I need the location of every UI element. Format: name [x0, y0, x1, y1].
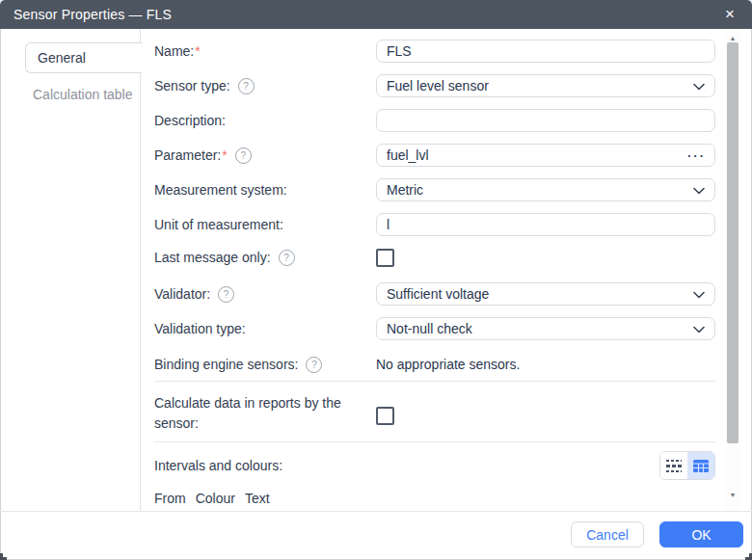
row-sensor-type: Sensor type: ? Fuel level sensor: [154, 74, 715, 97]
binding-engine-sensors-value: No appropriate sensors.: [376, 357, 520, 372]
calculate-in-reports-label: Calculate data in reports by the sensor:: [154, 393, 376, 434]
sensor-properties-dialog: Sensor Properties — FLS × General Calcul…: [0, 0, 752, 560]
interval-header-text: Text: [245, 491, 270, 506]
tab-general[interactable]: General: [25, 42, 142, 73]
parameter-label: Parameter:: [154, 147, 221, 163]
validation-type-select[interactable]: Not-null check: [376, 317, 715, 340]
help-icon[interactable]: ?: [279, 250, 295, 266]
binding-engine-sensors-label: Binding engine sensors:: [154, 357, 298, 372]
parameter-input[interactable]: [376, 144, 715, 167]
row-validator: Validator: ? Sufficient voltage: [154, 282, 715, 306]
close-icon[interactable]: ×: [715, 0, 744, 29]
intervals-and-colours-label: Intervals and colours:: [154, 458, 282, 473]
dialog-titlebar: Sensor Properties — FLS: [0, 0, 752, 29]
ok-button[interactable]: OK: [659, 521, 743, 547]
measurement-system-value: Metric: [387, 182, 693, 198]
help-icon[interactable]: ?: [218, 286, 234, 303]
interval-header-from: From: [154, 491, 186, 506]
description-input[interactable]: [376, 109, 715, 132]
chevron-down-icon: [693, 285, 705, 303]
chevron-down-icon: [693, 77, 705, 94]
chevron-down-icon: [693, 320, 705, 337]
row-description: Description:: [154, 109, 715, 132]
required-marker: *: [195, 43, 200, 59]
table-view-icon[interactable]: [687, 452, 714, 479]
resize-grip-left[interactable]: [0, 553, 7, 560]
validator-select[interactable]: Sufficient voltage: [376, 282, 715, 306]
intervals-view-switcher: [659, 451, 715, 480]
scrollbar-thumb[interactable]: [727, 42, 739, 443]
interval-header-colour: Colour: [196, 491, 235, 506]
tab-general-label: General: [26, 50, 86, 66]
help-icon[interactable]: ?: [306, 357, 322, 373]
help-icon[interactable]: ?: [238, 78, 255, 94]
name-input[interactable]: [376, 40, 715, 63]
chevron-down-icon: [693, 181, 705, 199]
last-message-only-label: Last message only:: [154, 250, 271, 265]
row-last-message-only: Last message only: ?: [154, 246, 715, 269]
resize-grip-right[interactable]: [745, 553, 752, 560]
scroll-down-icon[interactable]: ▼: [725, 488, 740, 501]
row-intervals-and-colours: Intervals and colours:: [154, 451, 715, 480]
footer-buttons: Cancel OK: [571, 521, 743, 547]
row-measurement-system: Measurement system: Metric: [154, 178, 715, 201]
footer-divider: [0, 511, 752, 512]
help-icon[interactable]: ?: [235, 147, 252, 164]
required-marker: *: [222, 147, 227, 163]
separator: [154, 441, 715, 442]
description-label: Description:: [154, 113, 226, 128]
row-binding-engine-sensors: Binding engine sensors: ? No appropriate…: [154, 353, 715, 376]
measurement-system-select[interactable]: Metric: [376, 178, 715, 201]
last-message-only-checkbox[interactable]: [376, 249, 394, 267]
calculate-in-reports-checkbox[interactable]: [376, 407, 394, 425]
sensor-type-select[interactable]: Fuel level sensor: [376, 74, 715, 97]
measurement-system-label: Measurement system:: [154, 182, 287, 198]
sensor-type-value: Fuel level sensor: [387, 78, 693, 93]
sensor-type-label: Sensor type:: [154, 78, 230, 93]
name-label: Name:: [154, 43, 194, 59]
intervals-view-icon[interactable]: [660, 452, 687, 479]
dialog-title: Sensor Properties — FLS: [0, 7, 172, 22]
separator: [154, 381, 715, 382]
scrollbar[interactable]: ▲ ▼: [725, 29, 740, 511]
row-validation-type: Validation type: Not-null check: [154, 317, 715, 340]
unit-input[interactable]: [376, 213, 715, 236]
validator-value: Sufficient voltage: [387, 286, 693, 302]
row-parameter: Parameter:* ? ···: [154, 144, 715, 167]
unit-label: Unit of measurement:: [154, 217, 283, 232]
validation-type-label: Validation type:: [154, 321, 246, 336]
validation-type-value: Not-null check: [387, 321, 693, 336]
tab-calculation-table-label: Calculation table: [33, 87, 133, 102]
row-unit: Unit of measurement:: [154, 213, 715, 236]
row-calculate-in-reports: Calculate data in reports by the sensor:: [154, 393, 715, 434]
tab-calculation-table[interactable]: Calculation table: [33, 85, 133, 104]
cancel-button[interactable]: Cancel: [571, 521, 644, 547]
tabs-divider: [140, 29, 141, 511]
row-name: Name:*: [154, 40, 715, 63]
parameter-ellipsis-icon[interactable]: ···: [687, 144, 706, 167]
validator-label: Validator:: [154, 286, 210, 302]
interval-table-header-row: From Colour Text: [154, 491, 270, 506]
